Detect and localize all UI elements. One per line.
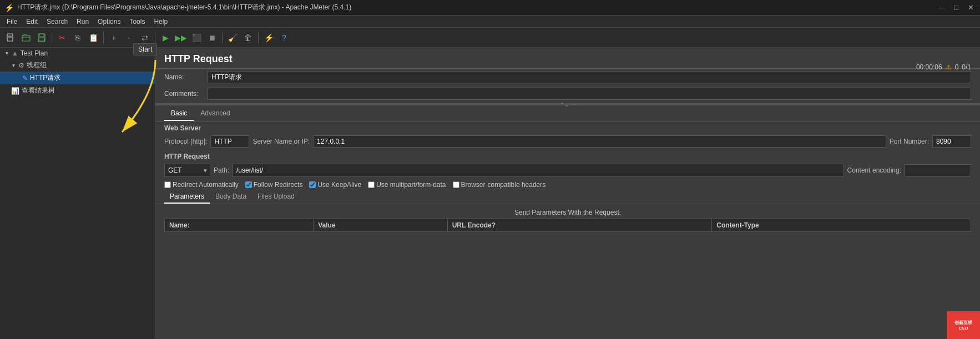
collapse-button[interactable]: -	[122, 31, 137, 45]
cb-keepalive[interactable]	[309, 181, 316, 188]
method-wrapper: GET POST PUT DELETE PATCH HEAD OPTIONS ▼	[164, 164, 210, 177]
tab-basic[interactable]: Basic	[164, 107, 194, 121]
function-helper-button[interactable]: ⚡	[261, 31, 276, 45]
name-label: Name:	[164, 73, 203, 81]
sub-tab-parameters[interactable]: Parameters	[164, 190, 210, 204]
help-button[interactable]: ?	[277, 31, 291, 45]
open-button[interactable]	[19, 31, 33, 45]
httprequest-icon: ✎	[22, 74, 28, 82]
title-bar: ⚡ HTTP请求.jmx (D:\Program Files\Programs\…	[0, 0, 980, 16]
comments-label: Comments:	[164, 90, 203, 98]
warning-icon: ⚠	[946, 63, 952, 71]
params-section: Send Parameters With the Request: Name: …	[155, 204, 980, 233]
cb-redirect[interactable]	[164, 181, 171, 188]
sidebar-label-threadgroup: 线程组	[27, 60, 47, 70]
sidebar-item-testplan[interactable]: ▼ ▲ Test Plan	[0, 48, 155, 59]
threadgroup-icon: ⚙	[18, 62, 24, 69]
thread-count: 0/1	[962, 63, 971, 71]
start-no-pause-button[interactable]: ▶▶	[174, 31, 188, 45]
stop-button[interactable]: ⬛	[189, 31, 204, 45]
comments-row: Comments:	[155, 85, 980, 102]
port-input[interactable]	[932, 135, 971, 148]
send-params-title: Send Parameters With the Request:	[164, 206, 971, 219]
svg-rect-5	[39, 34, 44, 37]
svg-rect-6	[39, 38, 44, 41]
sidebar: ▼ ▲ Test Plan ▼ ⚙ 线程组 ✎ HTTP请求 📊 查看结果树	[0, 48, 155, 339]
menu-file[interactable]: File	[2, 17, 22, 27]
minimize-button[interactable]: —	[937, 3, 947, 13]
port-label: Port Number:	[890, 138, 929, 145]
comments-input[interactable]	[208, 88, 971, 100]
path-label: Path:	[214, 166, 229, 174]
cb-multipart[interactable]	[368, 181, 375, 188]
separator-1	[52, 32, 52, 43]
path-input[interactable]	[233, 164, 844, 177]
menu-search[interactable]: Search	[42, 17, 72, 27]
protocol-input[interactable]	[210, 135, 249, 148]
window-controls: — □ ✕	[937, 3, 976, 13]
new-button[interactable]	[3, 31, 18, 45]
menu-tools[interactable]: Tools	[125, 17, 149, 27]
separator-3	[155, 32, 155, 43]
clear-all-button[interactable]: 🗑	[241, 31, 255, 45]
sidebar-item-threadgroup[interactable]: ▼ ⚙ 线程组	[0, 59, 155, 72]
menu-help[interactable]: Help	[149, 17, 172, 27]
col-value: Value	[314, 219, 448, 232]
menu-run[interactable]: Run	[72, 17, 93, 27]
divider-arrows: ⌃⌄ ···	[560, 102, 575, 108]
cut-button[interactable]: ✂	[55, 31, 69, 45]
menu-edit[interactable]: Edit	[22, 17, 42, 27]
toggle-button[interactable]: ⇄	[138, 31, 152, 45]
expand-icon-2: ▼	[11, 63, 16, 68]
sub-tab-files[interactable]: Files Upload	[252, 190, 300, 204]
encoding-label: Content encoding:	[847, 166, 901, 174]
shutdown-button[interactable]: ⏹	[205, 31, 219, 45]
col-contenttype: Content-Type	[712, 219, 971, 232]
clear-button[interactable]: 🧹	[225, 31, 240, 45]
http-request-header: HTTP Request	[155, 150, 980, 161]
testplan-icon: ▲	[12, 49, 18, 57]
copy-button[interactable]: ⎘	[70, 31, 85, 45]
save-button[interactable]	[34, 31, 49, 45]
cb-multipart-text: Use multipart/form-data	[376, 181, 446, 189]
paste-button[interactable]: 📋	[86, 31, 100, 45]
cb-keepalive-text: Use KeepAlive	[317, 181, 361, 189]
cb-redirect-label[interactable]: Redirect Automatically	[164, 181, 239, 189]
encoding-input[interactable]	[905, 164, 971, 176]
cb-follow[interactable]	[245, 181, 252, 188]
close-button[interactable]: ✕	[966, 3, 976, 13]
warning-count: 0	[955, 63, 959, 71]
watermark-text: 创新互联CSD	[954, 320, 972, 331]
name-input[interactable]	[208, 71, 971, 83]
separator-4	[222, 32, 223, 43]
expand-icon: ▼	[4, 50, 9, 56]
sub-tab-bodydata[interactable]: Body Data	[210, 190, 252, 204]
cb-browser[interactable]	[453, 181, 459, 188]
expand-button[interactable]: +	[107, 31, 121, 45]
cb-redirect-text: Redirect Automatically	[173, 181, 239, 189]
tabs-bar: Basic Advanced	[155, 107, 980, 122]
cb-keepalive-label[interactable]: Use KeepAlive	[309, 181, 361, 189]
tab-advanced[interactable]: Advanced	[194, 107, 236, 121]
sidebar-item-resulttree[interactable]: 📊 查看结果树	[0, 84, 155, 97]
panel-title: HTTP Request	[155, 48, 980, 69]
sub-tabs-bar: Parameters Body Data Files Upload	[155, 190, 980, 204]
cb-follow-label[interactable]: Follow Redirects	[245, 181, 303, 189]
menu-bar: File Edit Search Run Options Tools Help	[0, 16, 980, 28]
name-row: Name:	[155, 69, 980, 85]
watermark: 创新互联CSD	[947, 311, 980, 339]
cb-browser-label[interactable]: Browser-compatible headers	[453, 181, 546, 189]
content-panel: HTTP Request Name: Comments: ⌃⌄ ··· Basi…	[155, 48, 980, 339]
server-config-row: Protocol [http]: Server Name or IP: Port…	[155, 133, 980, 150]
cb-multipart-label[interactable]: Use multipart/form-data	[368, 181, 446, 189]
menu-options[interactable]: Options	[93, 17, 125, 27]
sidebar-item-httprequest[interactable]: ✎ HTTP请求	[0, 72, 155, 84]
separator-2	[103, 32, 104, 43]
start-button[interactable]: ▶	[158, 31, 173, 45]
divider-bar[interactable]: ⌃⌄ ···	[155, 103, 980, 105]
separator-5	[258, 32, 259, 43]
method-select[interactable]: GET POST PUT DELETE PATCH HEAD OPTIONS	[164, 164, 210, 177]
sidebar-label-testplan: Test Plan	[21, 49, 48, 57]
server-input[interactable]	[313, 135, 886, 148]
maximize-button[interactable]: □	[951, 3, 961, 13]
